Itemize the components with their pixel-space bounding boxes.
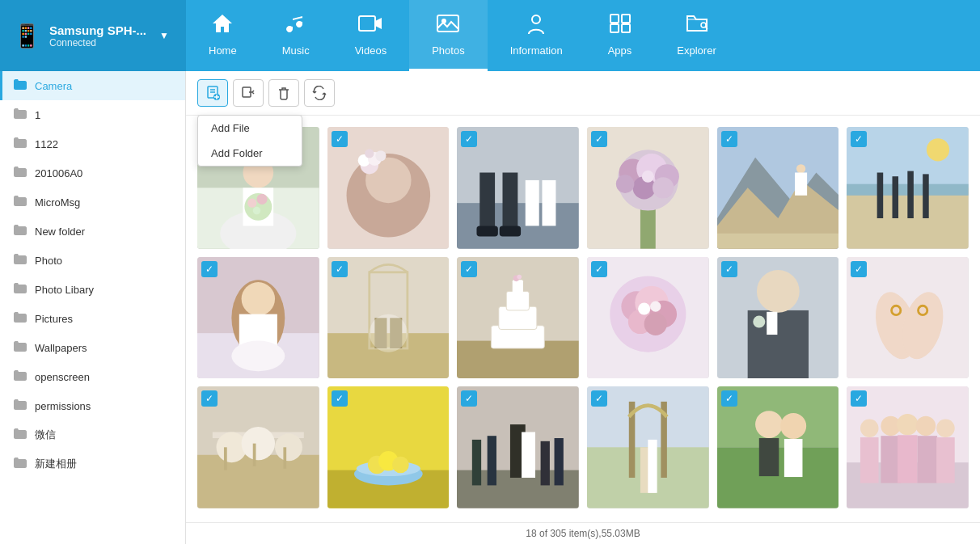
nav-item-apps[interactable]: Apps [585, 0, 655, 71]
photo-cell-10[interactable]: ✓ [587, 257, 709, 379]
sidebar-item-openscreen[interactable]: openscreen [0, 362, 185, 391]
sidebar-item-permissions[interactable]: permissions [0, 391, 185, 420]
svg-rect-112 [283, 448, 286, 469]
nav-item-music[interactable]: Music [260, 0, 332, 71]
nav-item-videos[interactable]: Videos [332, 0, 410, 71]
photo-cell-13[interactable]: ✓ [197, 386, 319, 508]
device-info[interactable]: 📱 Samsung SPH-... Connected ▼ [0, 0, 186, 71]
photo-cell-3[interactable]: ✓ [457, 127, 579, 249]
photo-cell-14[interactable]: ✓ [327, 386, 450, 508]
sidebar-item-camera[interactable]: Camera [0, 71, 185, 100]
export-button[interactable] [233, 79, 264, 107]
refresh-button[interactable] [304, 79, 335, 107]
sidebar-label: MicroMsg [35, 196, 80, 209]
photo-cell-12[interactable]: ✓ [847, 257, 969, 379]
svg-point-98 [753, 315, 765, 327]
home-icon [211, 13, 234, 40]
svg-point-145 [916, 416, 936, 436]
add-folder-item[interactable]: Add Folder [198, 141, 302, 166]
svg-rect-54 [717, 234, 839, 249]
device-text-block: Samsung SPH-... Connected [49, 23, 146, 48]
sidebar-label: 微信 [35, 428, 56, 442]
device-dropdown-icon[interactable]: ▼ [159, 30, 169, 41]
sidebar-item-new-folder[interactable]: New folder [0, 217, 185, 246]
device-name: Samsung SPH-... [49, 23, 146, 37]
svg-rect-63 [908, 171, 915, 218]
photo-cell-6[interactable]: ✓ [847, 127, 969, 249]
svg-rect-62 [893, 176, 899, 218]
svg-rect-110 [224, 448, 227, 470]
photo-cell-17[interactable]: ✓ [717, 386, 839, 508]
add-button[interactable] [197, 79, 228, 107]
svg-point-49 [653, 177, 674, 198]
explorer-icon [686, 13, 708, 40]
photo-cell-7[interactable]: ✓ [197, 257, 319, 379]
photo-cell-16[interactable]: ✓ [587, 386, 709, 508]
svg-point-142 [860, 420, 879, 438]
sidebar-item-1[interactable]: 1 [0, 100, 185, 129]
svg-rect-40 [500, 226, 521, 236]
nav-label-videos: Videos [355, 44, 387, 57]
sidebar-label: 1 [35, 109, 40, 121]
music-icon [285, 13, 307, 40]
svg-point-60 [927, 138, 949, 161]
svg-point-84 [517, 274, 522, 279]
sidebar-item-wallpapers[interactable]: Wallpapers [0, 333, 185, 362]
sidebar-item-pictures[interactable]: Pictures [0, 304, 185, 333]
svg-point-119 [392, 457, 409, 474]
svg-point-24 [253, 207, 260, 214]
svg-rect-150 [918, 436, 937, 483]
photo-cell-18[interactable]: ✓ [847, 386, 969, 508]
sidebar-item-weixin[interactable]: 微信 [0, 420, 185, 449]
svg-point-22 [247, 199, 256, 208]
photos-icon [437, 13, 459, 40]
svg-rect-5 [622, 15, 630, 23]
svg-point-32 [365, 149, 374, 158]
sidebar-item-photo-library[interactable]: Photo Libary [0, 275, 185, 304]
check-icon: ✓ [591, 261, 607, 277]
svg-point-108 [242, 427, 275, 460]
folder-icon [14, 457, 27, 471]
photo-cell-8[interactable]: ✓ [327, 257, 450, 379]
sidebar-item-photo[interactable]: Photo [0, 246, 185, 275]
nav-label-apps: Apps [608, 44, 632, 57]
photo-cell-5[interactable]: ✓ [717, 127, 839, 249]
folder-icon [14, 224, 27, 238]
svg-rect-126 [541, 441, 550, 486]
photo-cell-9[interactable]: ✓ [457, 257, 579, 379]
svg-rect-37 [526, 180, 539, 226]
photo-cell-15[interactable]: ✓ [457, 386, 579, 508]
main-nav: Home Music Videos [186, 0, 980, 71]
delete-button[interactable] [268, 79, 299, 107]
photo-cell-11[interactable]: ✓ [717, 257, 839, 379]
svg-point-146 [936, 420, 955, 438]
nav-label-information: Information [510, 44, 563, 57]
photo-grid-wrapper: 18 ✓ ✓ [186, 116, 980, 522]
svg-rect-82 [513, 280, 523, 293]
check-icon: ✓ [851, 131, 867, 147]
add-file-item[interactable]: Add File [198, 116, 302, 141]
check-icon: ✓ [591, 131, 607, 147]
nav-item-photos[interactable]: Photos [409, 0, 487, 71]
sidebar-item-micromsg[interactable]: MicroMsg [0, 188, 185, 217]
svg-point-55 [796, 164, 805, 173]
svg-rect-56 [795, 173, 807, 196]
sidebar-label: Wallpapers [35, 342, 87, 354]
sidebar-item-new-album[interactable]: 新建相册 [0, 449, 185, 479]
nav-item-explorer[interactable]: Explorer [654, 0, 738, 71]
sidebar: Camera 1 1122 201006A0 MicroMsg [0, 71, 186, 544]
sidebar-item-201006a0[interactable]: 201006A0 [0, 158, 185, 188]
check-icon: ✓ [721, 261, 737, 277]
svg-rect-0 [359, 16, 375, 31]
photo-cell-2[interactable]: ✓ [327, 127, 450, 249]
nav-item-home[interactable]: Home [186, 0, 260, 71]
check-icon: ✓ [332, 131, 348, 147]
photo-cell-4[interactable]: ✓ [587, 127, 709, 249]
svg-point-136 [755, 411, 783, 438]
svg-rect-111 [253, 444, 256, 466]
sidebar-label: Pictures [35, 313, 73, 325]
folder-icon [14, 340, 27, 355]
sidebar-label: 新建相册 [35, 457, 77, 471]
nav-item-information[interactable]: Information [488, 0, 585, 71]
sidebar-item-1122[interactable]: 1122 [0, 129, 185, 158]
